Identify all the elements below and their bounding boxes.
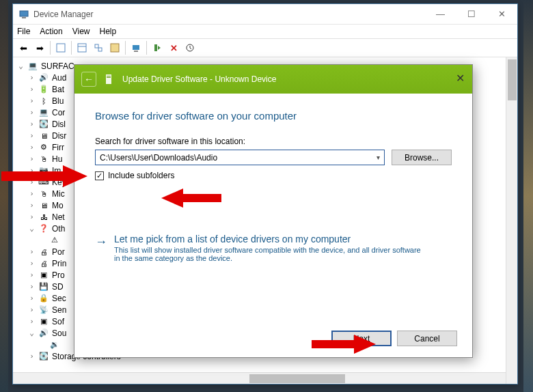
menubar: File Action View Help — [13, 25, 517, 38]
toolbar-button[interactable] — [74, 40, 90, 55]
expand-icon[interactable] — [28, 154, 36, 163]
device-icon: ⌨ — [38, 178, 49, 187]
toolbar-back-button[interactable]: ⬅ — [16, 40, 31, 55]
browse-button[interactable]: Browse... — [392, 150, 452, 165]
path-combobox[interactable]: C:\Users\User\Downloads\Audio ▾ — [95, 150, 385, 165]
toolbar-button[interactable] — [53, 40, 68, 55]
toolbar-scan-button[interactable] — [128, 40, 144, 55]
tree-item-label: Bat — [52, 85, 64, 94]
expand-icon[interactable] — [28, 85, 36, 94]
device-icon: 📷 — [38, 166, 49, 176]
expand-icon[interactable] — [28, 120, 36, 128]
expand-icon[interactable] — [28, 305, 36, 314]
tree-item-label: Hu — [52, 154, 62, 164]
device-icon: 🖨 — [38, 259, 49, 268]
svg-rect-1 — [22, 17, 26, 18]
arrow-right-icon: → — [95, 235, 107, 262]
dialog-title: Update Driver Software - Unknown Device — [122, 74, 276, 84]
expand-icon[interactable] — [28, 282, 36, 291]
pick-from-list-link[interactable]: → Let me pick from a list of device driv… — [95, 234, 452, 262]
expand-icon[interactable] — [28, 201, 36, 210]
device-icon: 💾 — [38, 282, 49, 292]
expand-icon[interactable] — [28, 294, 36, 303]
svg-rect-10 — [154, 44, 157, 51]
device-icon: ▣ — [38, 317, 49, 326]
close-button[interactable]: ✕ — [487, 4, 517, 24]
svg-rect-8 — [133, 45, 139, 50]
toolbar: ⬅ ➡ ✕ — [13, 38, 517, 57]
link-description: This list will show installed driver sof… — [114, 246, 428, 262]
expand-icon[interactable] — [17, 61, 25, 70]
expand-icon[interactable] — [28, 131, 36, 140]
tree-item-label: Key — [52, 178, 66, 187]
menu-action[interactable]: Action — [40, 27, 62, 36]
vertical-scrollbar[interactable] — [506, 57, 517, 384]
device-icon: 💽 — [38, 120, 49, 129]
include-subfolders-checkbox[interactable]: ✓ — [95, 171, 104, 180]
expand-icon[interactable] — [28, 166, 36, 175]
expand-icon[interactable] — [28, 352, 36, 361]
tree-item-label: Firr — [52, 143, 64, 152]
device-icon: 🖧 — [38, 212, 49, 222]
device-icon: 🖨 — [38, 247, 49, 257]
expand-icon[interactable] — [28, 317, 36, 326]
device-icon: 🔊 — [38, 328, 49, 338]
expand-icon[interactable] — [28, 224, 36, 233]
dialog-close-button[interactable]: ✕ — [453, 72, 467, 85]
tree-item-label: Im — [52, 166, 61, 176]
tree-item-label: Sec — [52, 294, 66, 303]
expand-icon[interactable] — [28, 270, 36, 279]
expand-icon[interactable] — [28, 73, 36, 82]
tree-item-label: Sen — [52, 305, 66, 315]
dialog-header: ← Update Driver Software - Unknown Devic… — [74, 65, 472, 94]
path-value: C:\Users\User\Downloads\Audio — [100, 153, 217, 163]
menu-view[interactable]: View — [72, 27, 90, 36]
toolbar-forward-button[interactable]: ➡ — [32, 40, 47, 55]
svg-rect-2 — [57, 44, 65, 52]
menu-help[interactable]: Help — [100, 27, 117, 36]
toolbar-uninstall-button[interactable]: ✕ — [166, 40, 181, 55]
expand-icon[interactable] — [28, 143, 36, 152]
toolbar-properties-button[interactable] — [107, 40, 122, 55]
maximize-button[interactable]: ☐ — [456, 4, 487, 24]
tree-item-label: Mic — [52, 189, 65, 199]
device-icon: ⚠ — [49, 236, 60, 245]
toolbar-enable-button[interactable] — [150, 40, 165, 55]
dialog-heading: Browse for driver software on your compu… — [95, 110, 452, 122]
tree-item-label: Prin — [52, 259, 66, 268]
device-icon: 📡 — [38, 305, 49, 315]
menu-file[interactable]: File — [17, 27, 30, 36]
toolbar-button[interactable] — [91, 40, 106, 55]
device-icon: 💻 — [38, 108, 49, 117]
expand-icon[interactable] — [28, 212, 36, 221]
expand-icon[interactable] — [28, 259, 36, 268]
dialog-body: Browse for driver software on your compu… — [74, 94, 472, 262]
device-icon: 🔒 — [38, 294, 49, 303]
expand-icon[interactable] — [28, 108, 36, 117]
device-icon — [103, 72, 117, 86]
device-icon: ▣ — [38, 270, 49, 280]
svg-rect-3 — [78, 44, 86, 52]
device-icon: 🔊 — [38, 73, 49, 83]
minimize-button[interactable]: — — [425, 4, 456, 24]
dialog-back-button[interactable]: ← — [81, 72, 96, 87]
svg-rect-13 — [107, 76, 111, 76]
expand-icon[interactable] — [28, 247, 36, 256]
device-icon: 💻 — [27, 61, 38, 71]
svg-rect-5 — [95, 44, 98, 48]
expand-icon[interactable] — [28, 189, 36, 198]
device-icon: ⚙ — [38, 143, 49, 152]
expand-icon[interactable] — [28, 96, 36, 105]
next-button[interactable]: Next — [331, 331, 392, 346]
toolbar-update-button[interactable] — [182, 40, 197, 55]
horizontal-scrollbar[interactable] — [13, 372, 506, 384]
tree-item-label: Mo — [52, 201, 64, 210]
expand-icon[interactable] — [28, 328, 36, 337]
tree-item-label: Aud — [52, 73, 66, 83]
expand-icon[interactable] — [28, 178, 36, 186]
tree-item-label: Disr — [52, 131, 66, 141]
dialog-buttons: Next Cancel — [331, 331, 457, 346]
device-icon: 🖱 — [38, 154, 49, 164]
update-driver-dialog: ✕ ← Update Driver Software - Unknown Dev… — [74, 64, 473, 358]
cancel-button[interactable]: Cancel — [397, 331, 457, 346]
